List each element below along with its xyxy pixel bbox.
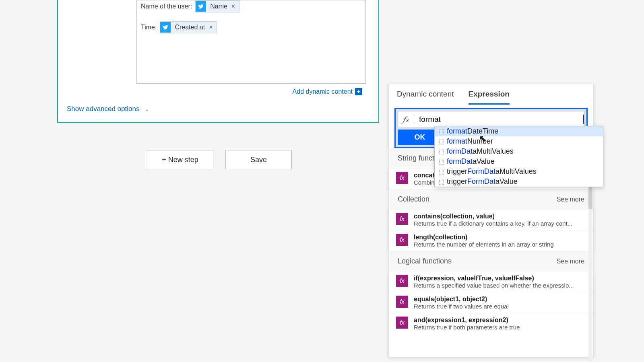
fx-icon: fx (396, 275, 408, 287)
function-item[interactable]: fxcontains(collection, value)Returns tru… (389, 209, 593, 230)
token-name-remove[interactable]: × (231, 3, 239, 10)
fx-icon: 𝑓ₓ (398, 114, 414, 124)
token-name-label: Name (206, 3, 231, 10)
function-description: Returns true if two values are equal (414, 303, 509, 310)
cube-icon: ⬚ (439, 148, 444, 155)
time-field-label: Time: (141, 24, 157, 31)
function-item[interactable]: fxif(expression, valueIfTrue, valueIfFal… (389, 271, 593, 292)
tab-expression[interactable]: Expression (469, 90, 510, 105)
cube-icon: ⬚ (439, 128, 444, 135)
chevron-down-icon: ⌄ (144, 105, 150, 113)
add-dynamic-content-link[interactable]: Add dynamic content ✦ (293, 88, 362, 95)
category-header: CollectionSee more (389, 189, 593, 209)
function-description: Returns true if a dictionary contains a … (414, 220, 572, 227)
twitter-icon (160, 22, 171, 33)
function-description: Returns a specified value based on wheth… (414, 282, 574, 289)
panel-tabs: Dynamic content Expression (389, 84, 593, 105)
function-signature: contains(collection, value) (414, 213, 572, 220)
function-signature: and(expression1, expression2) (414, 317, 520, 324)
fx-icon: fx (396, 296, 408, 308)
function-description: Returns the number of elements in an arr… (414, 241, 554, 248)
new-step-button[interactable]: + New step (147, 150, 213, 169)
formula-input[interactable]: format (414, 115, 584, 124)
see-more-link[interactable]: See more (557, 196, 584, 203)
function-signature: length(collection) (414, 234, 554, 241)
scrollbar[interactable] (588, 165, 592, 362)
footer-buttons: + New step Save (147, 150, 292, 169)
tab-dynamic-content[interactable]: Dynamic content (397, 90, 454, 105)
message-body-input[interactable]: Name of the user: Name × Time: Created a… (136, 0, 366, 84)
fx-icon: fx (396, 317, 408, 329)
suggestion-item[interactable]: ⬚formatNumber (435, 136, 603, 146)
twitter-icon (196, 1, 206, 12)
suggestion-item[interactable]: ⬚triggerFormDataValue (435, 177, 603, 187)
token-createdat[interactable]: Created at × (160, 21, 217, 33)
save-button[interactable]: Save (225, 150, 292, 169)
function-item[interactable]: fxlength(collection)Returns the number o… (389, 230, 593, 251)
token-createdat-label: Created at (171, 24, 209, 31)
suggestion-item[interactable]: ⬚formDataMultiValues (435, 146, 603, 156)
cube-icon: ⬚ (439, 178, 444, 185)
function-description: Returns true if both parameters are true (414, 324, 520, 331)
see-more-link[interactable]: See more (557, 258, 584, 265)
function-signature: equals(object1, object2) (414, 296, 509, 303)
token-createdat-remove[interactable]: × (209, 24, 217, 31)
cube-icon: ⬚ (439, 158, 444, 165)
show-advanced-options-link[interactable]: Show advanced options ⌄ (67, 105, 150, 113)
autocomplete-dropdown: ⬚formatDateTime⬚formatNumber⬚formDataMul… (434, 126, 603, 187)
function-signature: if(expression, valueIfTrue, valueIfFalse… (414, 275, 574, 282)
function-item[interactable]: fxequals(object1, object2)Returns true i… (389, 292, 593, 313)
suggestion-item[interactable]: ⬚formatDateTime (435, 126, 603, 136)
category-title: Collection (398, 195, 429, 204)
function-item[interactable]: fxand(expression1, expression2)Returns t… (389, 313, 593, 334)
expression-panel: Dynamic content Expression 𝑓ₓ format OK … (388, 84, 594, 358)
token-name[interactable]: Name × (195, 0, 239, 12)
cube-icon: ⬚ (439, 168, 444, 175)
cube-icon: ⬚ (439, 138, 444, 145)
fx-icon: fx (396, 234, 408, 246)
name-field-label: Name of the user: (141, 3, 192, 10)
add-dynamic-content-label: Add dynamic content (293, 88, 353, 95)
fx-icon: fx (396, 213, 408, 225)
fx-icon: fx (396, 172, 408, 184)
action-card: Name of the user: Name × Time: Created a… (57, 0, 379, 123)
suggestion-item[interactable]: ⬚triggerFormDataMultiValues (435, 167, 603, 177)
category-header: Logical functionsSee more (389, 251, 593, 271)
show-advanced-label: Show advanced options (67, 105, 140, 113)
plus-icon: ✦ (355, 88, 362, 95)
formula-input-wrap: 𝑓ₓ format OK ⬚formatDateTime⬚formatNumbe… (394, 108, 588, 148)
category-title: Logical functions (398, 257, 452, 265)
suggestion-item[interactable]: ⬚formDataValue (435, 156, 603, 167)
